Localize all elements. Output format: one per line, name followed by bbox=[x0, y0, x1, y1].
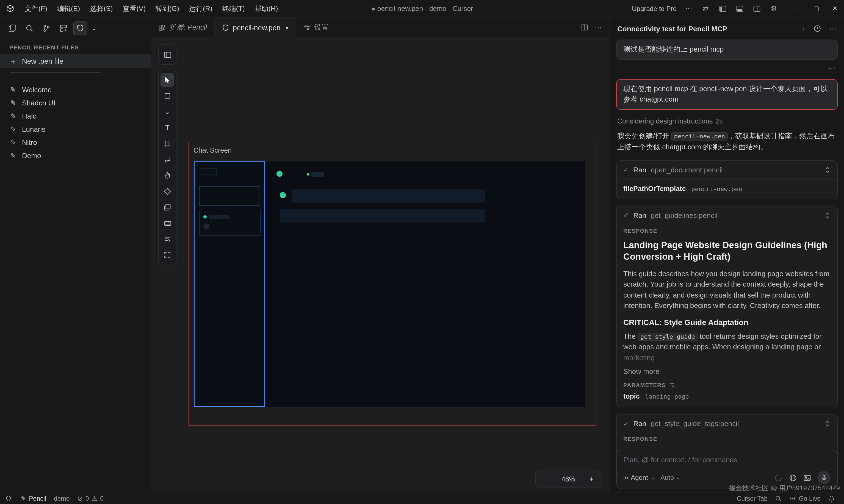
tab-pencil-new-pen[interactable]: pencil-new.pen ● bbox=[214, 18, 296, 37]
mock-chat-avatar[interactable] bbox=[276, 171, 282, 177]
menu-help[interactable]: 帮助(H) bbox=[250, 0, 283, 17]
more-actions-icon[interactable]: ⋯ bbox=[684, 4, 694, 14]
more-actions-icon[interactable]: ⋯ bbox=[595, 23, 602, 32]
zoom-out-button[interactable]: − bbox=[543, 475, 547, 483]
notifications-bell-icon[interactable] bbox=[825, 492, 839, 504]
message-more-icon[interactable]: ⋯ bbox=[616, 60, 838, 78]
rectangle-tool-icon[interactable] bbox=[160, 89, 174, 103]
remote-window-icon[interactable] bbox=[0, 492, 17, 504]
search-icon[interactable] bbox=[772, 492, 786, 504]
split-editor-icon[interactable] bbox=[581, 24, 588, 31]
hand-tool-icon[interactable] bbox=[160, 168, 174, 182]
new-chat-icon[interactable]: + bbox=[801, 24, 805, 33]
go-live-button[interactable]: Go Live bbox=[786, 492, 825, 504]
mock-logo-placeholder[interactable] bbox=[201, 168, 217, 175]
source-control-icon[interactable] bbox=[39, 21, 53, 35]
fullscreen-tool-icon[interactable] bbox=[160, 248, 174, 262]
thinking-summary[interactable]: Considering design instructions2s bbox=[617, 117, 837, 125]
pencil-extension-icon[interactable] bbox=[73, 21, 87, 35]
search-icon[interactable] bbox=[22, 21, 36, 35]
properties-tool-icon[interactable] bbox=[160, 232, 174, 246]
menu-file[interactable]: 文件(F) bbox=[20, 0, 52, 17]
response-paragraph: The get_style_guide tool returns design … bbox=[623, 331, 830, 363]
tab-settings[interactable]: 设置 bbox=[296, 18, 337, 37]
history-icon[interactable] bbox=[813, 25, 821, 32]
toggle-panel-icon[interactable] bbox=[735, 4, 745, 14]
more-actions-icon[interactable]: ⋯ bbox=[829, 24, 837, 33]
attach-image-icon[interactable] bbox=[803, 473, 811, 482]
design-canvas[interactable]: ⌄ T bbox=[151, 37, 609, 492]
voice-input-button[interactable] bbox=[817, 471, 830, 484]
agent-mode-selector[interactable]: ∞ Agent ⌄ bbox=[623, 474, 655, 482]
show-more-link[interactable]: Show more bbox=[623, 367, 830, 376]
expand-icon[interactable] bbox=[825, 166, 830, 174]
tab-pencil-extension[interactable]: 扩展: Pencil bbox=[151, 18, 214, 37]
chat-screen-frame[interactable]: Chat Screen bbox=[189, 142, 597, 426]
keyboard-shortcuts-icon[interactable] bbox=[160, 216, 174, 230]
problems-indicator[interactable]: ⊘ 0 ⚠ 0 bbox=[74, 492, 108, 504]
settings-gear-icon[interactable]: ⚙ bbox=[769, 4, 779, 14]
component-tool-icon[interactable] bbox=[160, 184, 174, 198]
tool-call-header[interactable]: ✓ Ran get_style_guide_tags:pencil bbox=[617, 415, 837, 433]
extensions-icon[interactable] bbox=[56, 21, 70, 35]
chat-input-box[interactable]: ∞ Agent ⌄ Auto ⌄ bbox=[616, 450, 838, 489]
statusbar-pencil[interactable]: ✎ Pencil bbox=[17, 492, 50, 504]
menu-edit[interactable]: 编辑(E) bbox=[52, 0, 85, 17]
response-text: The bbox=[623, 332, 638, 340]
menu-run[interactable]: 运行(R) bbox=[184, 0, 218, 17]
recent-file-welcome[interactable]: ✎ Welcome bbox=[0, 83, 151, 96]
model-selector[interactable]: Auto ⌄ bbox=[660, 474, 680, 482]
close-button[interactable]: ✕ bbox=[826, 0, 844, 17]
pencil-icon: ✎ bbox=[21, 494, 26, 502]
recent-file-demo[interactable]: ✎ Demo bbox=[0, 149, 151, 162]
chevron-down-icon[interactable]: ⌄ bbox=[91, 24, 97, 32]
menu-terminal[interactable]: 终端(T) bbox=[218, 0, 250, 17]
mock-user-box[interactable] bbox=[199, 210, 260, 236]
frame-label[interactable]: Chat Screen bbox=[193, 147, 232, 154]
recent-file-shadcn-ui[interactable]: ✎ Shadcn UI bbox=[0, 96, 151, 109]
statusbar-workspace[interactable]: demo bbox=[50, 492, 74, 504]
explorer-icon[interactable] bbox=[5, 21, 19, 35]
cursor-tab-toggle[interactable]: Cursor Tab bbox=[733, 492, 772, 504]
text-tool-icon[interactable]: T bbox=[160, 121, 174, 134]
upgrade-to-pro-button[interactable]: Upgrade to Pro bbox=[632, 5, 677, 12]
expand-icon[interactable] bbox=[825, 420, 830, 427]
chat-scroll-area[interactable]: 测试是否能够连的上 pencil mcp ⋯ 现在使用 pencil mcp 在… bbox=[609, 37, 844, 492]
shape-dropdown-icon[interactable]: ⌄ bbox=[160, 105, 174, 119]
mock-avatar-circle bbox=[203, 223, 209, 230]
chat-header: Connectivity test for Pencil MCP + ⋯ bbox=[609, 20, 844, 37]
mock-nav-box[interactable] bbox=[199, 186, 259, 206]
recent-file-lunaris[interactable]: ✎ Lunaris bbox=[0, 122, 151, 136]
mock-sidebar-selected[interactable] bbox=[194, 161, 265, 407]
tool-call-header[interactable]: ✓ Ran open_document:pencil bbox=[617, 161, 837, 179]
toggle-layers-panel-icon[interactable] bbox=[160, 48, 174, 61]
tool-call-header[interactable]: ✓ Ran get_guidelines:pencil bbox=[617, 206, 837, 224]
comment-tool-icon[interactable] bbox=[160, 152, 174, 166]
menu-selection[interactable]: 选择(S) bbox=[85, 0, 118, 17]
menu-goto[interactable]: 转到(G) bbox=[151, 0, 184, 17]
toggle-secondary-sidebar-icon[interactable] bbox=[752, 4, 762, 14]
zoom-level[interactable]: 46% bbox=[562, 475, 575, 483]
maximize-button[interactable]: ▢ bbox=[807, 0, 826, 17]
chat-input[interactable] bbox=[623, 456, 830, 464]
thinking-duration: 2s bbox=[716, 117, 723, 125]
ran-label: Ran bbox=[633, 419, 647, 428]
mock-message-bar[interactable] bbox=[292, 190, 485, 203]
web-search-icon[interactable] bbox=[789, 473, 797, 482]
recent-file-halo[interactable]: ✎ Halo bbox=[0, 109, 151, 122]
mock-message-bar[interactable] bbox=[280, 209, 485, 222]
pages-tool-icon[interactable] bbox=[160, 200, 174, 214]
recent-file-nitro[interactable]: ✎ Nitro bbox=[0, 136, 151, 149]
minimize-button[interactable]: ─ bbox=[788, 0, 807, 17]
new-pen-file-button[interactable]: + New .pen file bbox=[0, 54, 151, 68]
expand-icon[interactable] bbox=[825, 212, 830, 219]
frame-tool-icon[interactable] bbox=[160, 137, 174, 150]
ran-label: Ran bbox=[633, 211, 647, 220]
mock-chat-avatar[interactable] bbox=[280, 192, 286, 198]
sync-icon[interactable]: ⇄ bbox=[701, 4, 711, 14]
chat-screen-artboard[interactable] bbox=[194, 161, 585, 407]
toggle-primary-sidebar-icon[interactable] bbox=[718, 4, 728, 14]
select-tool-icon[interactable] bbox=[160, 73, 174, 87]
menu-view[interactable]: 查看(V) bbox=[118, 0, 151, 17]
zoom-in-button[interactable]: + bbox=[589, 475, 593, 483]
